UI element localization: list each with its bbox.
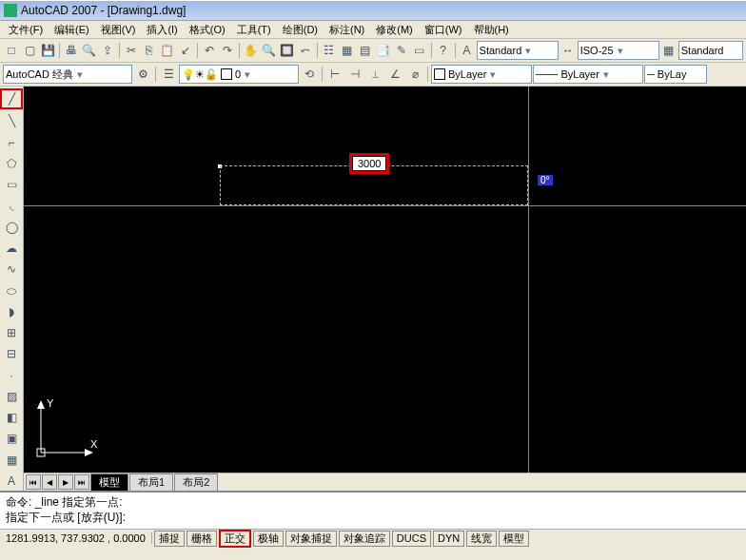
rectangle-tool-icon[interactable]: ▭: [1, 175, 22, 194]
menu-dimension[interactable]: 标注(N): [324, 22, 369, 38]
polygon-tool-icon[interactable]: ⬠: [1, 154, 22, 173]
dc-icon[interactable]: ▦: [339, 41, 356, 60]
coordinate-display[interactable]: 1281.9913, 737.9302 , 0.0000: [0, 532, 152, 544]
menu-file[interactable]: 文件(F): [4, 22, 48, 38]
title-bar: AutoCAD 2007 - [Drawing1.dwg]: [0, 0, 746, 21]
menu-edit[interactable]: 编辑(E): [49, 22, 94, 38]
calc-icon[interactable]: ▭: [411, 41, 428, 60]
matchprop-icon[interactable]: ↙: [177, 41, 194, 60]
spline-tool-icon[interactable]: ∿: [1, 260, 22, 279]
textstyle-icon[interactable]: A: [459, 41, 476, 60]
menu-help[interactable]: 帮助(H): [469, 22, 514, 38]
save-icon[interactable]: 💾: [39, 41, 56, 60]
main-area: ╱ ╲ ⌐ ⬠ ▭ ◟ ◯ ☁ ∿ ⬭ ◗ ⊞ ⊟ · ▨ ◧ ▣ ▦ A 30…: [0, 87, 746, 491]
menu-tools[interactable]: 工具(T): [232, 22, 276, 38]
lineweight-combo[interactable]: ─ ByLay: [644, 65, 707, 84]
open-icon[interactable]: ▢: [21, 41, 38, 60]
revcloud-tool-icon[interactable]: ☁: [1, 239, 22, 258]
line-tool-icon[interactable]: ╱: [0, 88, 23, 109]
preview-icon[interactable]: 🔍: [81, 41, 98, 60]
rubber-band-rect: [220, 165, 528, 205]
point-tool-icon[interactable]: ·: [1, 365, 22, 384]
tab-prev-icon[interactable]: ◀: [42, 474, 57, 490]
menu-insert[interactable]: 插入(I): [142, 22, 182, 38]
dyn-toggle[interactable]: DYN: [433, 531, 464, 547]
otrack-toggle[interactable]: 对象追踪: [339, 531, 390, 547]
copy-icon[interactable]: ⎘: [141, 41, 158, 60]
insertblock-tool-icon[interactable]: ⊞: [1, 323, 22, 342]
gradient-tool-icon[interactable]: ◧: [1, 408, 22, 427]
ssm-icon[interactable]: 📑: [375, 41, 392, 60]
zoomwin-icon[interactable]: 🔲: [279, 41, 296, 60]
dimstyle-icon[interactable]: ↔: [560, 41, 577, 60]
dim-icon[interactable]: ⊢: [325, 65, 344, 84]
dim3-icon[interactable]: ⟂: [365, 65, 384, 84]
workspace-gear-icon[interactable]: ⚙: [133, 65, 152, 84]
workspace-combo[interactable]: AutoCAD 经典▾: [3, 65, 132, 84]
publish-icon[interactable]: ⇪: [99, 41, 116, 60]
menu-modify[interactable]: 修改(M): [371, 22, 418, 38]
xline-tool-icon[interactable]: ╲: [1, 111, 22, 130]
ducs-toggle[interactable]: DUCS: [392, 531, 431, 547]
model-toggle[interactable]: 模型: [499, 531, 529, 547]
mtext-tool-icon[interactable]: A: [1, 472, 22, 491]
hatch-tool-icon[interactable]: ▨: [1, 387, 22, 406]
tab-model[interactable]: 模型: [90, 473, 128, 491]
snap-toggle[interactable]: 捕捉: [154, 531, 185, 547]
crosshair-vertical: [528, 87, 529, 473]
arc-tool-icon[interactable]: ◟: [1, 196, 22, 215]
dim4-icon[interactable]: ∠: [385, 65, 404, 84]
status-bar: 1281.9913, 737.9302 , 0.0000 捕捉 栅格 正交 极轴…: [0, 529, 746, 547]
markup-icon[interactable]: ✎: [393, 41, 410, 60]
tp-icon[interactable]: ▤: [357, 41, 374, 60]
layer-combo[interactable]: 💡 ☀ 🔓 0▾: [179, 65, 299, 84]
layerman-icon[interactable]: ☰: [159, 65, 178, 84]
tab-first-icon[interactable]: ⏮: [26, 474, 41, 490]
props-icon[interactable]: ☷: [321, 41, 338, 60]
crosshair-horizontal: [24, 205, 746, 206]
tab-layout1[interactable]: 布局1: [129, 473, 173, 491]
print-icon[interactable]: 🖶: [63, 41, 80, 60]
lwt-toggle[interactable]: 线宽: [466, 531, 497, 547]
tablestyle-icon[interactable]: ▦: [660, 41, 677, 60]
ortho-toggle[interactable]: 正交: [219, 530, 251, 548]
command-prompt-line: 指定下一点或 [放弃(U)]:: [6, 510, 740, 525]
zoom-icon[interactable]: 🔍: [261, 41, 278, 60]
linetype-combo[interactable]: ─── ByLayer▾: [533, 65, 643, 84]
layerprev-icon[interactable]: ⟲: [300, 65, 319, 84]
undo-icon[interactable]: ↶: [201, 41, 218, 60]
help-icon[interactable]: ?: [435, 41, 452, 60]
region-tool-icon[interactable]: ▣: [1, 429, 22, 448]
menu-format[interactable]: 格式(O): [185, 22, 230, 38]
polar-toggle[interactable]: 极轴: [253, 531, 284, 547]
tab-last-icon[interactable]: ⏭: [74, 474, 89, 490]
table-tool-icon[interactable]: ▦: [1, 451, 22, 470]
grid-toggle[interactable]: 栅格: [186, 531, 217, 547]
table-style-combo[interactable]: Standard: [678, 41, 743, 60]
menu-draw[interactable]: 绘图(D): [278, 22, 323, 38]
text-style-combo[interactable]: Standard▾: [477, 41, 559, 60]
dim5-icon[interactable]: ⌀: [405, 65, 424, 84]
dim2-icon[interactable]: ⊣: [345, 65, 364, 84]
paste-icon[interactable]: 📋: [159, 41, 176, 60]
ellipsearc-tool-icon[interactable]: ◗: [1, 302, 22, 321]
dynamic-length-input[interactable]: 3000: [352, 156, 386, 171]
circle-tool-icon[interactable]: ◯: [1, 218, 22, 237]
command-window[interactable]: 命令: _line 指定第一点: 指定下一点或 [放弃(U)]:: [0, 491, 746, 529]
dim-style-combo[interactable]: ISO-25▾: [578, 41, 659, 60]
tab-next-icon[interactable]: ▶: [58, 474, 73, 490]
polyline-tool-icon[interactable]: ⌐: [1, 133, 22, 152]
tab-layout2[interactable]: 布局2: [174, 473, 218, 491]
zoomprev-icon[interactable]: ⤺: [297, 41, 314, 60]
pan-icon[interactable]: ✋: [243, 41, 260, 60]
new-icon[interactable]: □: [3, 41, 20, 60]
ellipse-tool-icon[interactable]: ⬭: [1, 280, 22, 299]
cut-icon[interactable]: ✂: [123, 41, 140, 60]
color-combo[interactable]: ByLayer▾: [431, 65, 532, 84]
redo-icon[interactable]: ↷: [219, 41, 236, 60]
makeblock-tool-icon[interactable]: ⊟: [1, 344, 22, 363]
menu-window[interactable]: 窗口(W): [420, 22, 467, 38]
menu-view[interactable]: 视图(V): [96, 22, 141, 38]
drawing-canvas[interactable]: 3000 0° Y X: [24, 87, 746, 473]
osnap-toggle[interactable]: 对象捕捉: [285, 531, 337, 547]
